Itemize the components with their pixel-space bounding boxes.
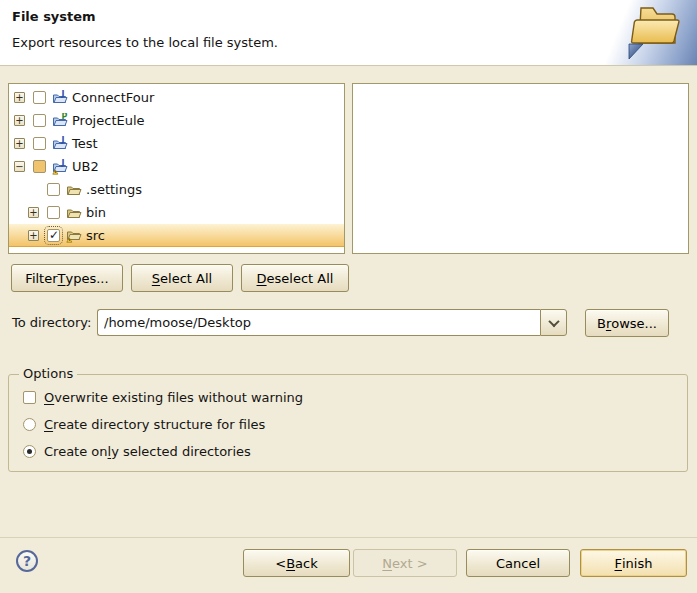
- folder-icon: [66, 205, 82, 221]
- button-label: elect All: [160, 271, 212, 286]
- button-label: B: [597, 316, 606, 331]
- tree-row[interactable]: + J Test: [9, 132, 344, 155]
- folder-icon: [66, 182, 82, 198]
- options-legend: Options: [19, 366, 77, 381]
- svg-text:J: J: [61, 136, 65, 144]
- tree-row[interactable]: + bin: [9, 201, 344, 224]
- button-mnemonic: D: [257, 271, 267, 286]
- back-button[interactable]: < Back: [243, 549, 350, 577]
- directory-combo: [97, 309, 567, 336]
- tree-checkbox[interactable]: [47, 206, 60, 219]
- chevron-down-icon: [548, 315, 559, 326]
- java-project-folder-icon: J: [52, 90, 68, 106]
- button-mnemonic: N: [382, 556, 392, 571]
- option-label: Overwrite existing files without warning: [44, 390, 303, 405]
- button-label: Filter: [25, 271, 57, 286]
- java-project-folder-icon: J: [52, 136, 68, 152]
- button-mnemonic: B: [286, 556, 295, 571]
- java-project-folder-warning-icon: J: [52, 159, 68, 175]
- deselect-all-button[interactable]: Deselect All: [241, 264, 349, 292]
- footer-separator: [0, 537, 697, 538]
- button-label: <: [275, 556, 286, 571]
- finish-button[interactable]: Finish: [580, 549, 687, 577]
- select-all-button[interactable]: Select All: [131, 264, 233, 292]
- button-label: eselect All: [267, 271, 334, 286]
- tree-item-label: bin: [86, 205, 106, 220]
- combo-dropdown-button[interactable]: [540, 309, 567, 336]
- overwrite-checkbox[interactable]: [23, 391, 36, 404]
- button-label: inish: [622, 556, 652, 571]
- expand-icon[interactable]: +: [14, 92, 25, 103]
- page-subtitle: Export resources to the local file syste…: [12, 35, 278, 50]
- next-button: Next >: [353, 549, 457, 577]
- browse-button[interactable]: Browse...: [585, 309, 669, 337]
- tree-item-label: .settings: [86, 182, 142, 197]
- button-label: Cancel: [496, 556, 540, 571]
- tree-row[interactable]: + J ConnectFour: [9, 86, 344, 109]
- only-selected-option[interactable]: Create only selected directories: [23, 444, 251, 459]
- tree-row[interactable]: .settings: [9, 178, 344, 201]
- svg-text:P: P: [62, 113, 68, 121]
- tree-item-label: UB2: [72, 159, 99, 174]
- tree-checkbox[interactable]: [33, 114, 46, 127]
- expand-icon[interactable]: +: [28, 230, 39, 241]
- button-mnemonic: F: [615, 556, 622, 571]
- tree-item-label: Test: [72, 136, 98, 151]
- button-label: ack: [295, 556, 318, 571]
- file-list-panel[interactable]: [352, 83, 689, 254]
- directory-structure-option[interactable]: Create directory structure for files: [23, 417, 265, 432]
- tree-item-label: ConnectFour: [72, 90, 154, 105]
- tree-row-selected[interactable]: + src: [9, 224, 344, 247]
- tree-checkbox-grayed[interactable]: [33, 160, 46, 173]
- tree-item-label: src: [86, 228, 105, 243]
- button-mnemonic: T: [58, 271, 66, 286]
- tree-checkbox-checked[interactable]: [47, 229, 60, 242]
- tree-row[interactable]: − J UB2: [9, 155, 344, 178]
- cancel-button[interactable]: Cancel: [466, 549, 570, 577]
- wizard-banner: File system Export resources to the loca…: [0, 0, 697, 66]
- to-directory-label: To directory:: [12, 315, 91, 330]
- expand-icon[interactable]: +: [14, 115, 25, 126]
- overwrite-option[interactable]: Overwrite existing files without warning: [23, 390, 303, 405]
- tree-checkbox[interactable]: [33, 91, 46, 104]
- plugin-project-folder-icon: P: [52, 113, 68, 129]
- tree-item-label: ProjectEule: [72, 113, 145, 128]
- page-title: File system: [12, 9, 96, 24]
- collapse-icon[interactable]: −: [14, 161, 25, 172]
- button-label: owse...: [611, 316, 657, 331]
- button-mnemonic: S: [152, 271, 160, 286]
- option-label: Create directory structure for files: [44, 417, 265, 432]
- only-selected-radio[interactable]: [23, 445, 36, 458]
- help-icon[interactable]: ?: [16, 550, 38, 572]
- expand-icon[interactable]: +: [28, 207, 39, 218]
- options-group: Options Overwrite existing files without…: [8, 374, 688, 472]
- tree-checkbox[interactable]: [33, 137, 46, 150]
- directory-structure-radio[interactable]: [23, 418, 36, 431]
- tree-row[interactable]: + P ProjectEule: [9, 109, 344, 132]
- export-wizard-dialog: File system Export resources to the loca…: [0, 0, 697, 593]
- directory-input[interactable]: [97, 309, 540, 336]
- folder-warning-icon: [66, 227, 82, 243]
- filter-types-button[interactable]: Filter Types...: [11, 264, 123, 292]
- svg-text:J: J: [61, 90, 65, 98]
- expand-icon[interactable]: +: [14, 138, 25, 149]
- resource-tree: + J ConnectFour + P ProjectEu: [8, 83, 345, 254]
- export-folder-icon: [625, 2, 687, 65]
- tree-checkbox[interactable]: [47, 183, 60, 196]
- button-label: ext >: [392, 556, 428, 571]
- option-label: Create only selected directories: [44, 444, 251, 459]
- button-label: ypes...: [66, 271, 109, 286]
- svg-text:J: J: [61, 159, 65, 167]
